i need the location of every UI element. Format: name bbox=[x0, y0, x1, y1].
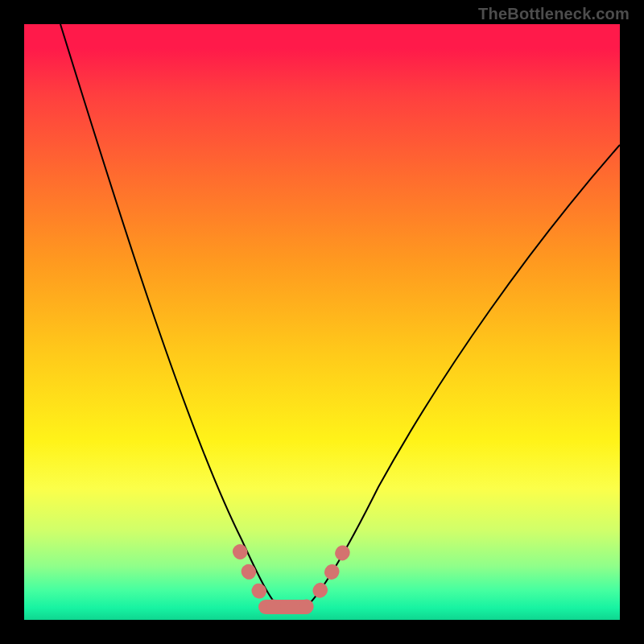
chart-frame: TheBottleneck.com bbox=[0, 0, 644, 644]
plot-area bbox=[24, 24, 620, 620]
bottleneck-curve bbox=[24, 24, 620, 620]
watermark-text: TheBottleneck.com bbox=[478, 5, 630, 23]
curve-path bbox=[60, 24, 620, 609]
valley-dots-left bbox=[240, 551, 274, 607]
valley-dots-right bbox=[306, 549, 345, 607]
